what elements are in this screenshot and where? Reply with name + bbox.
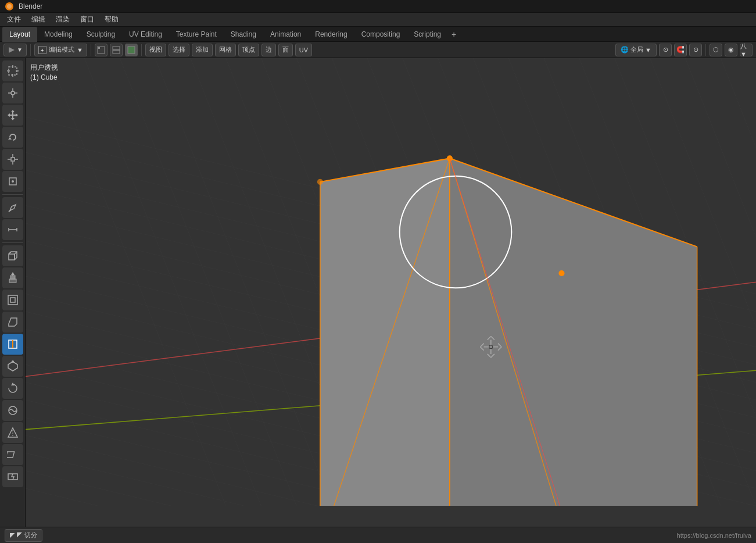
main-area: 用户透视 (1) Cube: [0, 58, 756, 527]
global-dropdown[interactable]: 🌐 全局 ▼: [615, 44, 657, 56]
tool-spin[interactable]: [2, 378, 23, 399]
app-logo: [5, 2, 14, 11]
tab-uv-editing[interactable]: UV Editing: [122, 27, 169, 42]
svg-marker-22: [8, 113, 10, 117]
svg-marker-24: [8, 137, 12, 140]
menu-item-render[interactable]: 渲染: [51, 13, 74, 26]
tab-sculpting[interactable]: Sculpting: [80, 27, 122, 42]
tab-add-button[interactable]: +: [448, 28, 460, 40]
menu-item-help[interactable]: 帮助: [100, 13, 123, 26]
svg-marker-20: [11, 110, 15, 112]
tab-texture-paint[interactable]: Texture Paint: [169, 27, 224, 42]
uv-menu[interactable]: UV: [295, 44, 312, 56]
tool-transform[interactable]: [2, 171, 23, 192]
face-mode-btn[interactable]: [125, 44, 138, 56]
vertex-menu[interactable]: 顶点: [238, 44, 259, 56]
svg-marker-2: [9, 47, 15, 53]
tool-scale[interactable]: [2, 149, 23, 170]
tool-loop-cut[interactable]: [2, 334, 23, 355]
mode-dropdown[interactable]: ✦ 编辑模式 ▼: [34, 44, 87, 56]
tab-layout[interactable]: Layout: [2, 27, 37, 42]
svg-rect-44: [8, 295, 17, 305]
split-button[interactable]: ◤ ◤ 切分: [5, 529, 42, 542]
tab-shading[interactable]: Shading: [224, 27, 263, 42]
tab-compositing[interactable]: Compositing: [354, 27, 407, 42]
editor-toolbar: ▼ ✦ 编辑模式 ▼ 视图 选择 添加 网格 顶点 边 面 UV 🌐 全局 ▼ …: [0, 42, 756, 58]
status-bar: ◤ ◤ 切分 https://blog.csdn.net/fruiva: [0, 527, 756, 543]
editor-type-button[interactable]: ▼: [3, 44, 27, 56]
workspace-tabs: Layout Modeling Sculpting UV Editing Tex…: [0, 27, 756, 42]
3d-viewport[interactable]: 用户透视 (1) Cube: [26, 58, 756, 527]
svg-marker-21: [11, 118, 15, 120]
tab-rendering[interactable]: Rendering: [308, 27, 354, 42]
menu-item-file[interactable]: 文件: [2, 13, 26, 26]
svg-point-1: [7, 4, 12, 9]
tool-smooth[interactable]: [2, 400, 23, 421]
menu-item-edit[interactable]: 编辑: [27, 13, 50, 26]
edge-mode-btn[interactable]: [110, 44, 123, 56]
svg-rect-40: [9, 279, 16, 283]
shading-btn[interactable]: ◉: [725, 44, 737, 56]
tool-inset[interactable]: [2, 290, 23, 310]
svg-marker-102: [320, 158, 450, 506]
overlay-btn[interactable]: ⬡: [710, 44, 722, 56]
mesh-menu[interactable]: 网格: [215, 44, 236, 56]
separator-4: [705, 44, 706, 56]
svg-point-13: [11, 91, 15, 95]
watermark: https://blog.csdn.net/fruiva: [677, 532, 751, 539]
svg-marker-50: [11, 383, 15, 385]
left-toolbar: [0, 58, 26, 527]
shading-dropdown[interactable]: 八▼: [740, 44, 753, 56]
svg-rect-45: [10, 298, 15, 302]
svg-line-32: [9, 210, 11, 212]
edge-menu[interactable]: 边: [261, 44, 276, 56]
menu-item-window[interactable]: 窗口: [76, 13, 99, 26]
svg-point-128: [489, 345, 493, 349]
tool-rip[interactable]: [2, 466, 23, 487]
tool-add-cube[interactable]: [2, 245, 23, 266]
svg-marker-43: [11, 272, 15, 275]
svg-rect-7: [128, 47, 135, 53]
viewport-container: 用户透视 (1) Cube: [26, 58, 756, 527]
snap-btn[interactable]: 🧲: [674, 44, 687, 56]
svg-rect-36: [9, 254, 15, 260]
tool-move[interactable]: [2, 105, 23, 126]
vertex-mode-btn[interactable]: [95, 44, 108, 56]
svg-rect-8: [9, 67, 17, 75]
svg-marker-23: [16, 113, 18, 117]
tool-annotate[interactable]: [2, 197, 23, 218]
title-bar: Blender: [0, 0, 756, 13]
tool-shrink-fatten[interactable]: [2, 422, 23, 443]
tool-extrude[interactable]: [2, 267, 23, 288]
svg-marker-48: [8, 362, 17, 371]
svg-point-115: [558, 270, 564, 276]
separator-3: [141, 44, 142, 56]
svg-rect-4: [98, 47, 100, 49]
tab-animation[interactable]: Animation: [263, 27, 308, 42]
svg-point-31: [12, 180, 14, 183]
select-menu[interactable]: 选择: [169, 44, 189, 56]
face-menu[interactable]: 面: [278, 44, 293, 56]
add-menu[interactable]: 添加: [192, 44, 213, 56]
tool-rotate[interactable]: [2, 127, 23, 148]
tool-poly-build[interactable]: [2, 356, 23, 377]
svg-point-114: [317, 179, 323, 185]
svg-rect-41: [10, 276, 15, 279]
split-icon: ◤: [10, 531, 15, 539]
tool-shear[interactable]: [2, 444, 23, 465]
separator-1: [30, 44, 31, 56]
svg-rect-54: [7, 452, 15, 458]
separator2: [2, 242, 23, 243]
tool-cursor[interactable]: [2, 83, 23, 103]
proportional-btn[interactable]: ⊙: [689, 44, 702, 56]
separator-2: [91, 44, 91, 56]
pivot-btn[interactable]: ⊙: [659, 44, 672, 56]
view-menu[interactable]: 视图: [145, 44, 166, 56]
tab-modeling[interactable]: Modeling: [37, 27, 80, 42]
tool-bevel[interactable]: [2, 312, 23, 333]
tab-scripting[interactable]: Scripting: [407, 27, 448, 42]
svg-rect-25: [11, 158, 15, 161]
svg-point-49: [12, 360, 14, 363]
tool-select-box[interactable]: [2, 60, 23, 81]
tool-measure[interactable]: [2, 219, 23, 240]
